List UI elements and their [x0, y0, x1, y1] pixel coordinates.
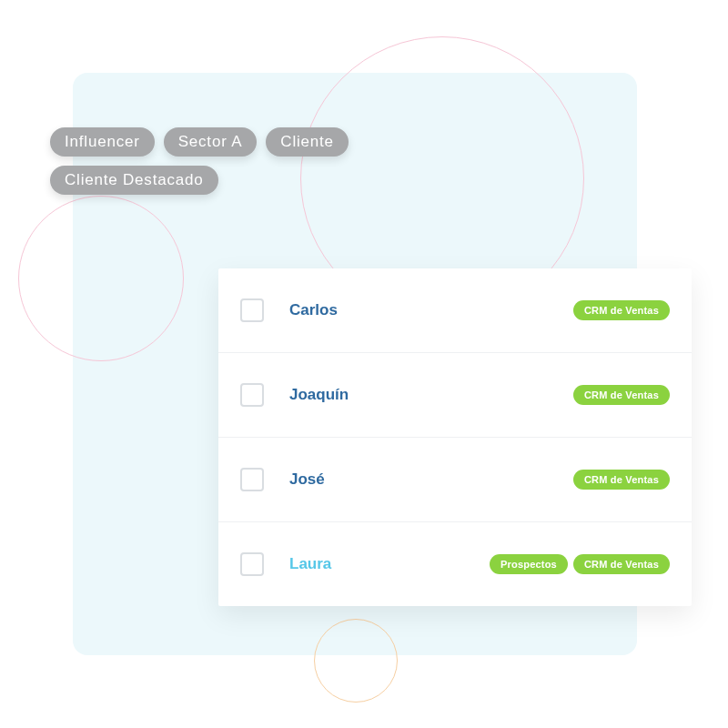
contact-list: Carlos CRM de Ventas Joaquín CRM de Vent… — [218, 268, 692, 606]
contact-name-link[interactable]: Joaquín — [289, 386, 349, 404]
contact-name-link[interactable]: José — [289, 470, 325, 489]
contact-checkbox[interactable] — [240, 383, 264, 407]
contact-checkbox[interactable] — [240, 552, 264, 576]
contact-row: José CRM de Ventas — [218, 438, 692, 522]
contact-tag-badge: CRM de Ventas — [573, 385, 670, 405]
contact-row: Joaquín CRM de Ventas — [218, 353, 692, 438]
decorative-circle-bottom — [314, 619, 398, 703]
contact-checkbox[interactable] — [240, 298, 264, 322]
contact-checkbox[interactable] — [240, 468, 264, 491]
filter-tag-cliente-destacado[interactable]: Cliente Destacado — [50, 166, 218, 195]
contact-row: Laura Prospectos CRM de Ventas — [218, 522, 692, 606]
contact-tag-badge: CRM de Ventas — [573, 470, 670, 490]
filter-tag-influencer[interactable]: Influencer — [50, 127, 155, 157]
filter-tag-group: Influencer Sector A Cliente Cliente Dest… — [50, 127, 441, 195]
stage: Influencer Sector A Cliente Cliente Dest… — [0, 0, 728, 728]
contact-row: Carlos CRM de Ventas — [218, 268, 692, 353]
contact-name-link[interactable]: Laura — [289, 555, 331, 573]
contact-tag-badge: Prospectos — [490, 554, 568, 574]
contact-name-link[interactable]: Carlos — [289, 301, 338, 319]
decorative-circle-small — [18, 196, 184, 361]
contact-tag-badge: CRM de Ventas — [573, 300, 670, 320]
filter-tag-sector-a[interactable]: Sector A — [164, 127, 258, 157]
contact-tag-badge: CRM de Ventas — [573, 554, 670, 574]
filter-tag-cliente[interactable]: Cliente — [266, 127, 349, 157]
